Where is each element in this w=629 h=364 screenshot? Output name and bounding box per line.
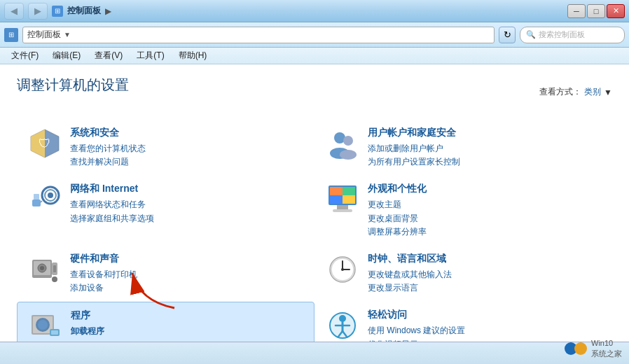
content-area: 调整计算机的设置 查看方式： 类别 ▼ 🛡 [0,64,629,342]
svg-point-33 [341,268,344,271]
svg-rect-9 [34,194,39,200]
ease-title: 轻松访问 [368,309,601,321]
network-link2[interactable]: 选择家庭组和共享选项 [70,212,303,225]
user-accounts-link1[interactable]: 添加或删除用户帐户 [368,142,601,155]
svg-rect-18 [330,195,343,204]
appearance-info: 外观和个性化 更改主题 更改桌面背景 调整屏幕分辨率 [368,183,601,239]
clock-icon [326,253,359,286]
title-bar-left: ◀ ▶ ⊞ 控制面板 ▶ [4,3,111,20]
watermark: Win10 系统之家 [565,338,622,358]
svg-rect-21 [333,209,352,212]
network-info: 网络和 Internet 查看网络状态和任务 选择家庭组和共享选项 [70,183,303,225]
svg-text:🛡: 🛡 [39,136,51,150]
content-wrapper: 调整计算机的设置 查看方式： 类别 ▼ 🛡 [17,76,612,342]
category-appearance[interactable]: 外观和个性化 更改主题 更改桌面背景 调整屏幕分辨率 [314,176,612,246]
title-bar: ◀ ▶ ⊞ 控制面板 ▶ ─ □ ✕ [0,0,629,22]
watermark-text: Win10 系统之家 [591,338,622,358]
forward-button[interactable]: ▶ [28,3,48,20]
maximize-button[interactable]: □ [587,4,605,18]
watermark-logo [565,342,587,355]
svg-point-37 [38,320,48,330]
view-mode-label: 查看方式： [539,86,581,98]
page-title: 调整计算机的设置 [17,76,129,94]
system-security-title: 系统和安全 [70,127,303,139]
programs-title: 程序 [71,309,303,322]
hardware-link1[interactable]: 查看设备和打印机 [70,268,303,281]
clock-link2[interactable]: 更改显示语言 [368,281,601,295]
clock-title: 时钟、语言和区域 [368,253,601,265]
system-security-link2[interactable]: 查找并解决问题 [70,155,303,169]
svg-rect-17 [343,187,355,195]
back-button[interactable]: ◀ [4,3,24,20]
appearance-link3[interactable]: 调整屏幕分辨率 [368,225,601,239]
address-input[interactable]: 控制面板 ▼ [22,27,495,43]
watermark-line2: 系统之家 [591,349,622,358]
search-box[interactable]: 🔍 搜索控制面板 [520,27,625,43]
appearance-icon [326,183,359,216]
network-link1[interactable]: 查看网络状态和任务 [70,198,303,211]
title-controls: ─ □ ✕ [567,4,625,18]
svg-line-13 [41,201,42,202]
view-mode-arrow: ▼ [604,88,612,97]
programs-info: 程序 卸载程序 [71,309,303,338]
watermark-circle2 [574,342,587,355]
category-clock[interactable]: 时钟、语言和区域 更改键盘或其他输入法 更改显示语言 [314,246,612,302]
search-placeholder: 搜索控制面板 [539,29,585,40]
menu-file[interactable]: 文件(F) [6,48,44,63]
user-accounts-link2[interactable]: 为所有用户设置家长控制 [368,155,601,169]
view-mode: 查看方式： 类别 ▼ [539,86,612,98]
system-security-icon: 🛡 [28,127,62,160]
appearance-link2[interactable]: 更改桌面背景 [368,212,601,225]
svg-point-12 [48,192,53,198]
svg-rect-16 [330,187,343,195]
category-user-accounts[interactable]: 用户帐户和家庭安全 添加或删除用户帐户 为所有用户设置家长控制 [314,120,612,176]
svg-point-5 [343,136,353,146]
folder-icon: ⊞ [4,28,18,42]
main-content: 调整计算机的设置 查看方式： 类别 ▼ 🛡 [0,64,629,342]
svg-point-7 [340,150,357,160]
menu-help[interactable]: 帮助(H) [173,48,213,63]
address-arrow: ▼ [64,31,71,38]
window-title: 控制面板 [67,5,101,17]
user-accounts-info: 用户帐户和家庭安全 添加或删除用户帐户 为所有用户设置家长控制 [368,127,601,169]
hardware-link2[interactable]: 添加设备 [70,281,303,295]
network-icon [28,183,62,216]
category-ease[interactable]: 轻松访问 使用 Windows 建议的设置 优化视频显示 [314,302,612,342]
address-path: 控制面板 [27,29,61,41]
close-button[interactable]: ✕ [607,4,625,18]
appearance-link1[interactable]: 更改主题 [368,198,601,211]
programs-icon [29,309,62,342]
user-accounts-icon [326,127,359,160]
refresh-button[interactable]: ↻ [499,27,516,43]
status-bar: Win10 系统之家 [0,342,629,364]
appearance-title: 外观和个性化 [368,183,601,195]
svg-rect-8 [32,200,41,206]
ease-info: 轻松访问 使用 Windows 建议的设置 优化视频显示 [368,309,601,342]
title-separator: ▶ [105,6,111,16]
ease-link1[interactable]: 使用 Windows 建议的设置 [368,324,601,337]
svg-rect-27 [53,265,56,272]
window-icon: ⊞ [52,6,63,17]
menu-edit[interactable]: 编辑(E) [47,48,86,63]
svg-point-28 [52,276,57,282]
minimize-button[interactable]: ─ [567,4,586,18]
user-accounts-title: 用户帐户和家庭安全 [368,127,601,139]
address-bar: ⊞ 控制面板 ▼ ↻ 🔍 搜索控制面板 [0,22,629,48]
system-security-link1[interactable]: 查看您的计算机状态 [70,142,303,155]
watermark-line1: Win10 [591,338,622,348]
system-security-info: 系统和安全 查看您的计算机状态 查找并解决问题 [70,127,303,169]
category-network[interactable]: 网络和 Internet 查看网络状态和任务 选择家庭组和共享选项 [17,176,314,246]
clock-info: 时钟、语言和区域 更改键盘或其他输入法 更改显示语言 [368,253,601,295]
hardware-title: 硬件和声音 [70,253,303,265]
svg-rect-20 [337,205,348,209]
category-system-security[interactable]: 🛡 系统和安全 查看您的计算机状态 查找并解决问题 [17,120,314,176]
arrow-annotation [125,266,181,318]
view-mode-value[interactable]: 类别 [584,86,601,98]
programs-link1[interactable]: 卸载程序 [71,325,303,338]
search-icon: 🔍 [526,30,536,39]
menu-view[interactable]: 查看(V) [89,48,128,63]
clock-link1[interactable]: 更改键盘或其他输入法 [368,268,601,281]
svg-rect-39 [51,330,58,335]
menu-tools[interactable]: 工具(T) [131,48,170,63]
categories-grid: 🛡 系统和安全 查看您的计算机状态 查找并解决问题 [17,120,612,342]
